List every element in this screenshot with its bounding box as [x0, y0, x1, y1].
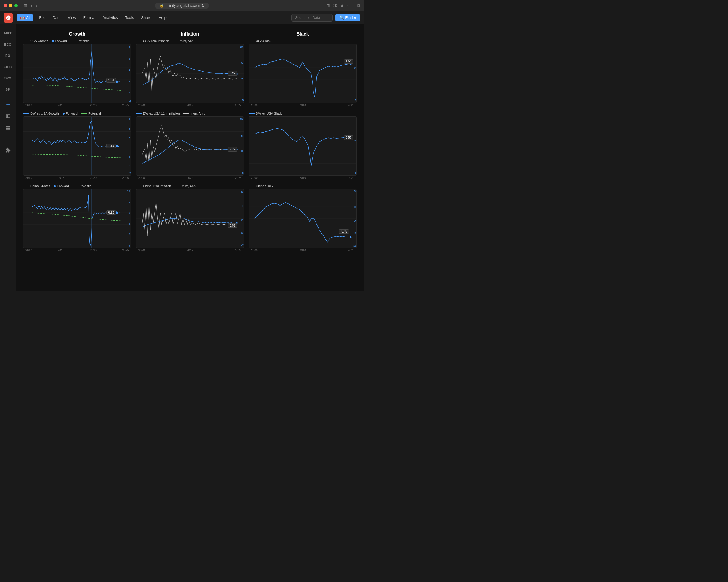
sidebar-item-sp[interactable]: SP — [2, 84, 14, 95]
new-tab-icon[interactable]: + — [352, 3, 354, 8]
sidebar-item-ficc[interactable]: FICC — [2, 61, 14, 72]
x-axis-inflation: 202020222024 — [136, 103, 244, 107]
legend-dot — [52, 40, 54, 42]
extensions-icon[interactable]: ⊞ — [327, 3, 330, 8]
ai-icon: 🤖 — [20, 16, 25, 20]
chart-inflation-usa: 3.27 10 5 0 -5 — [136, 44, 244, 103]
chart-title-slack: Slack — [249, 31, 357, 37]
svg-point-18 — [115, 145, 118, 147]
legend-potential: Potential — [71, 39, 90, 43]
chart-legend-dw-inflation: DW ex USA 12m Inflation m/m, Ann. — [136, 112, 244, 115]
chart-legend-china-growth: China Growth Forward Potential — [23, 184, 131, 188]
lock-icon: 🔒 — [159, 4, 164, 8]
x-axis-china-inflation: 202020222024 — [136, 248, 244, 252]
close-button[interactable] — [4, 4, 7, 7]
value-label-slack-usa: 1.51 — [344, 59, 353, 64]
menu-help[interactable]: Help — [155, 14, 170, 22]
x-axis-slack: 200020102020 — [249, 103, 357, 107]
main-layout: MKT ECO EQ FICC SYS SP Growt — [0, 24, 364, 291]
reload-icon[interactable]: ↻ — [202, 4, 204, 8]
chart-section-slack: Slack USA Slack — [246, 29, 359, 109]
value-label-china-inflation: 0.52 — [228, 223, 237, 228]
sidebar-icon-library[interactable] — [2, 134, 14, 144]
chart-legend-inflation: USA 12m Inflation m/m, Ann. — [136, 39, 244, 43]
chart-legend-dw-slack: DW ex USA Slack — [249, 112, 357, 115]
chart-legend-dw-growth: DW ex USA Growth Forward Potential — [23, 112, 131, 115]
legend-line-blue — [23, 41, 29, 41]
traffic-lights — [4, 4, 18, 7]
maximize-button[interactable] — [14, 4, 18, 7]
legend-dw-inflation: DW ex USA 12m Inflation — [136, 112, 180, 115]
menu-view[interactable]: View — [64, 14, 80, 22]
sidebar-icon-card[interactable] — [2, 156, 14, 167]
legend-china-mm: m/m, Ann. — [175, 184, 197, 188]
tabs-icon[interactable]: ⧉ — [357, 3, 360, 8]
value-label-china-growth: 6.12 — [106, 210, 115, 215]
chart-dw-slack: 0.57 0 -5 — [249, 116, 357, 176]
menu-analytics[interactable]: Analytics — [99, 14, 122, 22]
svg-point-32 — [115, 211, 118, 214]
legend-dw-forward: Forward — [62, 112, 78, 115]
legend-dw-potential: Potential — [81, 112, 101, 115]
x-axis-dw-slack: 200020102020 — [249, 176, 357, 180]
x-axis-china-growth: 2010201520202025 — [23, 248, 131, 252]
sidebar-item-eq[interactable]: EQ — [2, 50, 14, 61]
value-label-china-slack: -8.45 — [339, 229, 349, 234]
chart-china-growth: 6.12 10 8 6 4 2 0 — [23, 189, 131, 248]
legend-china-forward: Forward — [54, 184, 69, 188]
chart-section-china-inflation: China 12m Inflation m/m, Ann. — [134, 182, 246, 255]
finder-icon: 🔍 — [339, 16, 344, 20]
svg-point-41 — [350, 236, 352, 238]
share-icon[interactable]: ↑ — [347, 3, 349, 8]
chart-section-china-growth: China Growth Forward Potential — [21, 182, 134, 255]
chart-growth-usa: 1.34 8 6 4 2 0 -2 — [23, 44, 131, 103]
legend-china-slack: China Slack — [249, 184, 273, 188]
menu-file[interactable]: File — [35, 14, 49, 22]
menu-right: 🔍 Finder — [291, 14, 360, 22]
menu-bar: 🤖 AI File Data View Format Analytics Too… — [0, 11, 364, 24]
minimize-button[interactable] — [9, 4, 12, 7]
sidebar-toggle[interactable]: ⊞ — [23, 3, 28, 8]
sidebar-icon-table[interactable] — [2, 111, 14, 122]
chart-dw-growth: 1.13 4 3 2 1 0 -1 -2 — [23, 116, 131, 176]
legend-dw-slack: DW ex USA Slack — [249, 112, 282, 115]
legend-dash-green — [71, 41, 76, 41]
chart-legend-growth: USA Growth Forward Potential — [23, 39, 131, 43]
chart-china-inflation: 0.52 6 4 2 0 -2 — [136, 189, 244, 248]
forward-button[interactable]: › — [35, 3, 38, 8]
profile-icon[interactable]: ♟ — [340, 3, 344, 8]
address-bar[interactable]: 🔒 infinity.augurlabs.com ↻ — [155, 3, 209, 8]
menu-tools[interactable]: Tools — [122, 14, 137, 22]
x-axis-dw-inflation: 202020222024 — [136, 176, 244, 180]
sidebar-item-mkt[interactable]: MKT — [2, 28, 14, 38]
legend-usa-inflation: USA 12m Inflation — [136, 39, 169, 43]
svg-point-5 — [115, 81, 118, 83]
sidebar-icon-chart[interactable] — [2, 100, 14, 110]
legend-dw-growth: DW ex USA Growth — [23, 112, 59, 115]
sidebar-item-eco[interactable]: ECO — [2, 39, 14, 50]
chart-legend-china-slack: China Slack — [249, 184, 357, 188]
value-label-inflation-usa: 3.27 — [228, 71, 237, 76]
sidebar-icon-dashboard[interactable] — [2, 122, 14, 133]
legend-dw-mm: m/m, Ann. — [183, 112, 205, 115]
url-display: infinity.augurlabs.com — [166, 4, 200, 8]
chart-title-inflation: Inflation — [136, 31, 244, 37]
search-input[interactable] — [291, 14, 333, 22]
ai-button[interactable]: 🤖 AI — [17, 14, 33, 21]
finder-button[interactable]: 🔍 Finder — [335, 14, 360, 21]
menu-share[interactable]: Share — [137, 14, 155, 22]
x-axis-growth: 2010201520202025 — [23, 103, 131, 107]
value-label-growth-usa: 1.34 — [106, 78, 115, 83]
value-label-dw-slack: 0.57 — [344, 135, 353, 140]
legend-usa-growth: USA Growth — [23, 39, 48, 43]
menu-format[interactable]: Format — [80, 14, 99, 22]
window-controls: ⊞ ‹ › — [23, 3, 38, 8]
sidebar-icon-plugin[interactable] — [2, 145, 14, 156]
legend-mm-ann: m/m, Ann. — [173, 39, 195, 43]
sidebar-item-sys[interactable]: SYS — [2, 73, 14, 83]
x-axis-dw-growth: 2010201520202025 — [23, 176, 131, 180]
menu-data[interactable]: Data — [49, 14, 64, 22]
settings-icon[interactable]: ⌘ — [333, 3, 337, 8]
chart-section-growth: Growth USA Growth Forward Potential — [21, 29, 134, 109]
back-button[interactable]: ‹ — [30, 3, 33, 8]
